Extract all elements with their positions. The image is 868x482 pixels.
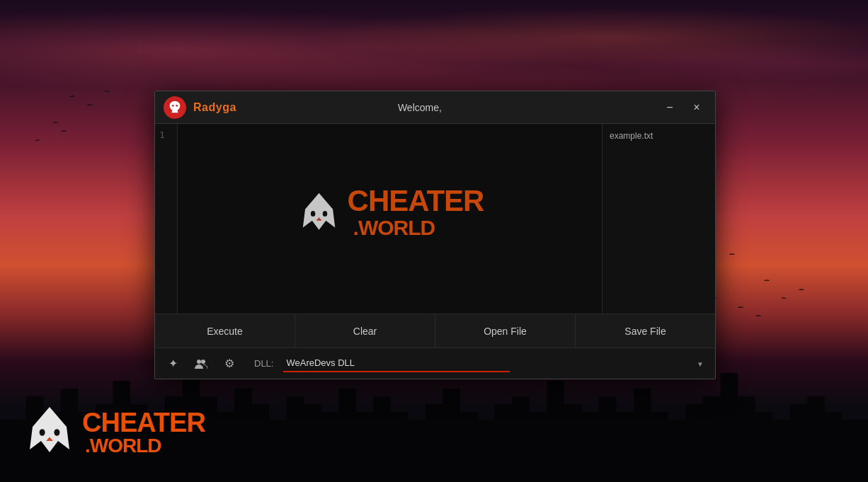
close-button[interactable]: ×	[687, 98, 707, 117]
svg-point-7	[176, 104, 178, 106]
users-icon[interactable]	[192, 355, 210, 373]
svg-point-15	[201, 360, 205, 364]
svg-point-4	[54, 429, 59, 436]
status-bar: ✦ ⚙ DLL: WeAreDevs DLL Custom DLL ▼	[155, 348, 715, 379]
dropdown-arrow-icon: ▼	[697, 360, 704, 367]
svg-point-6	[172, 104, 174, 106]
cheater-text: CHEATER	[82, 409, 205, 436]
toolbar: Execute Clear Open File Save File	[155, 314, 715, 348]
svg-point-3	[40, 429, 45, 436]
svg-point-12	[322, 211, 327, 217]
file-panel: example.txt	[602, 124, 715, 314]
title-bar: Radyga Welcome, − ×	[155, 91, 715, 124]
svg-point-14	[197, 360, 201, 364]
watermark-world: .WORLD	[353, 216, 484, 240]
code-editor[interactable]: CHEATER .WORLD	[178, 124, 602, 314]
watermark: CHEATER .WORLD	[296, 186, 484, 240]
line-numbers: 1	[155, 124, 178, 314]
wand-icon[interactable]: ✦	[164, 355, 182, 373]
watermark-wolf-icon	[296, 190, 342, 236]
wolf-logo-icon	[21, 404, 78, 461]
app-subtitle: Welcome,	[244, 102, 596, 113]
minimize-button[interactable]: −	[660, 98, 680, 117]
window-controls: − ×	[660, 98, 707, 117]
bottom-logo: CHEATER .WORLD	[21, 404, 205, 461]
app-logo	[164, 96, 186, 119]
world-text: .WORLD	[85, 436, 205, 456]
watermark-text: CHEATER .WORLD	[348, 186, 484, 240]
dll-select-wrapper: WeAreDevs DLL Custom DLL ▼	[283, 355, 707, 372]
line-number: 1	[159, 130, 173, 140]
open-file-button[interactable]: Open File	[435, 314, 576, 348]
svg-marker-9	[298, 202, 307, 211]
clear-button[interactable]: Clear	[295, 314, 435, 348]
save-file-button[interactable]: Save File	[576, 314, 715, 348]
watermark-cheater: CHEATER	[348, 186, 484, 216]
svg-marker-0	[30, 407, 69, 452]
settings-icon[interactable]: ⚙	[220, 355, 239, 373]
file-item[interactable]: example.txt	[607, 130, 711, 142]
radyga-logo-icon	[167, 100, 183, 115]
svg-marker-13	[316, 217, 321, 221]
dll-label: DLL:	[254, 358, 273, 369]
svg-marker-8	[302, 193, 335, 229]
users-svg	[195, 359, 207, 369]
main-area: 1 CHEATER .WORLD	[155, 124, 715, 314]
bottom-logo-text: CHEATER .WORLD	[82, 409, 205, 456]
execute-button[interactable]: Execute	[155, 314, 295, 348]
svg-marker-10	[330, 202, 339, 211]
app-window: Radyga Welcome, − × 1	[154, 91, 716, 379]
svg-point-11	[310, 211, 315, 217]
app-title: Radyga	[193, 101, 236, 114]
dll-select[interactable]: WeAreDevs DLL Custom DLL	[283, 355, 510, 372]
